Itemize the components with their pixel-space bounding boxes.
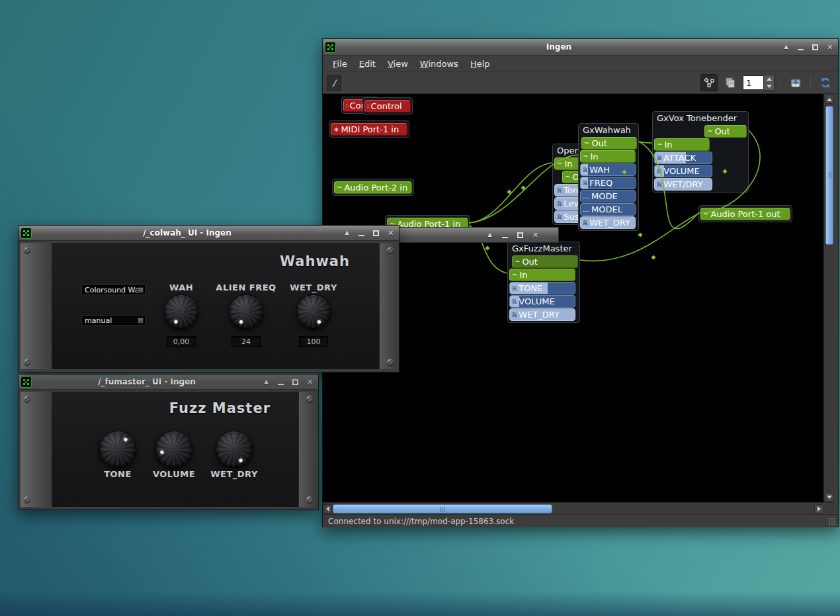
port-out[interactable]: ~Out [581, 137, 637, 150]
horizontal-scroll-thumb[interactable] [333, 504, 552, 513]
port-model[interactable]: …MODEL [580, 203, 636, 216]
port-label: Control [371, 101, 402, 111]
menu-view[interactable]: View [382, 57, 414, 71]
knob-value-entry[interactable]: 100 [299, 336, 328, 347]
minimize-icon[interactable] [357, 229, 366, 237]
port-mode[interactable]: …MODE [580, 190, 636, 202]
polyphony-spinner[interactable] [743, 75, 775, 91]
gxvox-tonebender-node[interactable]: GxVox Tonebender~Out~InℝATTACKℝVOLUMEℝWE… [652, 111, 749, 193]
port-volume[interactable]: ℝVOLUME [654, 165, 712, 177]
shade-icon[interactable]: ▲ [262, 378, 271, 386]
minimize-icon[interactable] [501, 231, 509, 239]
port-wet-dry[interactable]: ℝWET_DRY [509, 308, 575, 321]
spin-up-icon[interactable] [764, 75, 774, 83]
close-icon[interactable]: ✕ [825, 43, 834, 51]
knob-wet-dry[interactable] [296, 294, 331, 329]
port-in[interactable]: ~In [509, 269, 575, 281]
minimize-icon[interactable] [796, 43, 805, 51]
vertical-scroll-thumb[interactable] [825, 106, 833, 245]
right-rail [298, 392, 316, 507]
midi-port-1-in-module[interactable]: ∗MIDI Port-1 in [329, 120, 409, 138]
wire-handle[interactable] [521, 185, 525, 190]
menu-file[interactable]: File [327, 57, 353, 71]
knob-alien-freq[interactable] [229, 294, 263, 329]
knob-wet-dry[interactable] [216, 431, 253, 468]
control-port-module[interactable]: ∶Control [362, 97, 413, 114]
scrollbar-corner [823, 504, 834, 514]
model-selector[interactable]: Colorsound Wah [81, 285, 146, 295]
menu-edit[interactable]: Edit [353, 57, 382, 71]
resize-grip[interactable] [828, 517, 837, 526]
knob-volume[interactable] [155, 431, 192, 468]
knob-label: ALIEN FREQ [212, 283, 280, 292]
scroll-right-icon[interactable] [814, 504, 823, 513]
maximize-icon[interactable] [516, 231, 525, 239]
port-tone[interactable]: ℝTONE [509, 282, 575, 294]
port-audio-port-1-out[interactable]: ~Audio Port-1 out [700, 208, 790, 220]
polyphony-input[interactable] [743, 75, 764, 90]
port-wet-dry[interactable]: ℝWET/DRY [654, 178, 712, 191]
menu-help[interactable]: Help [464, 57, 496, 71]
shade-icon[interactable]: ▲ [343, 229, 351, 237]
titlebar[interactable]: /_colwah_ UI - Ingen ▲ ✕ [19, 226, 399, 241]
wire-handle[interactable] [507, 189, 511, 194]
combo-dropdown-icon[interactable] [138, 318, 144, 324]
maximize-icon[interactable] [291, 378, 300, 386]
shade-icon[interactable]: ▲ [485, 231, 494, 239]
wire-handle[interactable] [651, 255, 655, 259]
enum-port-icon: … [583, 193, 589, 200]
scroll-left-icon[interactable] [323, 504, 332, 513]
control-port-icon: ℝ [657, 181, 661, 188]
shade-icon[interactable]: ▲ [782, 43, 790, 51]
close-icon[interactable]: ✕ [306, 378, 314, 386]
maximize-icon[interactable] [811, 43, 819, 51]
menu-windows[interactable]: Windows [414, 57, 464, 71]
close-icon[interactable]: ✕ [386, 229, 395, 237]
audio-port-1-out-module[interactable]: ~Audio Port-1 out [698, 205, 792, 222]
port-label: WET_DRY [589, 218, 630, 228]
copy-pages-icon[interactable] [722, 74, 739, 91]
audio-port-icon: ~ [583, 153, 588, 160]
save-icon[interactable] [787, 74, 804, 91]
port-in[interactable]: ~In [654, 138, 710, 151]
scroll-up-icon[interactable] [825, 95, 834, 104]
port-audio-port-2-in[interactable]: ~Audio Port-2 in [334, 181, 412, 194]
spin-down-icon[interactable] [764, 83, 774, 90]
audio-port-2-in-module[interactable]: ~Audio Port-2 in [332, 179, 414, 196]
arrange-graph-icon[interactable] [700, 74, 718, 91]
audio-port-icon: ~ [584, 140, 589, 147]
mode-selector[interactable]: manual [81, 315, 146, 326]
port-midi-port-1-in[interactable]: ∗MIDI Port-1 in [331, 123, 407, 136]
wire-handle[interactable] [638, 232, 642, 237]
gxwahwah-node[interactable]: GxWahwah~Out~InℝWAHℝFREQ…MODE…MODELℝWET_… [578, 123, 639, 231]
gxfuzzmaster-node[interactable]: GxFuzzMaster~Out~InℝTONEℝVOLUMEℝWET_DRY [507, 242, 580, 323]
close-icon[interactable]: ✕ [531, 231, 540, 239]
ingen-app-icon [21, 228, 32, 239]
port-wah[interactable]: ℝWAH [580, 163, 636, 176]
knob-indicator-dot [317, 320, 321, 324]
titlebar[interactable]: /_fumaster_ UI - Ingen ▲ ✕ [19, 374, 318, 390]
port-in[interactable]: ~In [580, 150, 636, 163]
vertical-scrollbar[interactable] [823, 94, 834, 502]
port-volume[interactable]: ℝVOLUME [509, 295, 575, 308]
wire-handle[interactable] [485, 245, 489, 250]
port-freq[interactable]: ℝFREQ [580, 177, 636, 189]
port-out[interactable]: ~Out [704, 125, 747, 138]
combo-dropdown-icon[interactable] [138, 287, 144, 293]
knob-value-entry[interactable]: 24 [231, 336, 261, 347]
maximize-icon[interactable] [372, 229, 380, 237]
port-out[interactable]: ~Out [512, 255, 578, 268]
minimize-icon[interactable] [276, 378, 285, 386]
knob-tone[interactable] [99, 431, 136, 468]
horizontal-scrollbar[interactable] [323, 502, 834, 514]
titlebar[interactable]: Ingen ▲ ✕ [323, 39, 838, 56]
knob-value-entry[interactable]: 0,00 [167, 336, 196, 347]
refresh-icon[interactable] [817, 74, 834, 91]
port-control[interactable]: ∶Control [364, 100, 411, 112]
scroll-down-icon[interactable] [825, 492, 834, 502]
wire [469, 163, 552, 223]
port-wet-dry[interactable]: ℝWET_DRY [580, 216, 636, 229]
port-attack[interactable]: ℝATTACK [654, 152, 712, 164]
knob-wah[interactable] [164, 294, 198, 329]
graph-path-button[interactable]: / [327, 75, 341, 91]
